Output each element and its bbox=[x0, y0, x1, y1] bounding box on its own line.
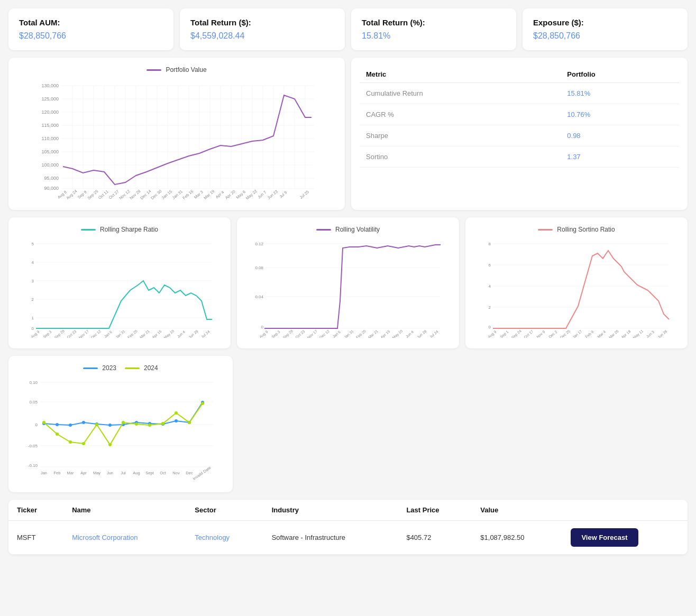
svg-text:May 11: May 11 bbox=[632, 329, 644, 338]
metrics-cell-sortino-value: 1.37 bbox=[561, 146, 679, 168]
monthly-legend-row: 2023 2024 bbox=[17, 364, 224, 372]
svg-text:Sep 3: Sep 3 bbox=[42, 329, 52, 338]
sharpe-chart-title: Rolling Sharpe Ratio bbox=[100, 226, 158, 233]
svg-text:Sep 24: Sep 24 bbox=[511, 329, 523, 338]
svg-text:Jan 6: Jan 6 bbox=[332, 330, 342, 338]
svg-text:Dec 12: Dec 12 bbox=[90, 329, 102, 338]
svg-text:Feb 16: Feb 16 bbox=[182, 189, 195, 199]
svg-point-165 bbox=[82, 442, 85, 445]
kpi-value-exposure: $28,850,766 bbox=[533, 31, 677, 41]
col-header-ticker: Ticker bbox=[8, 500, 63, 521]
svg-text:Apr: Apr bbox=[80, 471, 87, 475]
sharpe-legend-line bbox=[81, 229, 96, 231]
cell-industry: Software - Infrastructure bbox=[263, 521, 398, 555]
metrics-cell-sortino-label: Sortino bbox=[360, 146, 561, 168]
kpi-value-return-pct: 15.81% bbox=[362, 31, 506, 41]
svg-text:May: May bbox=[93, 471, 100, 475]
svg-text:Aug 9: Aug 9 bbox=[487, 329, 497, 338]
metrics-row-sortino: Sortino 1.37 bbox=[360, 146, 679, 168]
svg-text:Jan 6: Jan 6 bbox=[104, 330, 113, 338]
kpi-value-return-dollar: $4,559,028.44 bbox=[190, 31, 334, 41]
svg-text:Jun: Jun bbox=[107, 471, 113, 475]
svg-text:Nov: Nov bbox=[172, 471, 180, 475]
svg-text:0: 0 bbox=[32, 326, 34, 331]
monthly-chart-wrap: 0.10 0.05 0 -0.05 -0.10 bbox=[17, 376, 224, 484]
svg-text:100,000: 100,000 bbox=[41, 162, 59, 168]
svg-text:115,000: 115,000 bbox=[41, 123, 59, 128]
svg-text:Mar: Mar bbox=[67, 471, 74, 475]
svg-point-174 bbox=[201, 402, 204, 405]
svg-text:-0.10: -0.10 bbox=[28, 463, 38, 468]
svg-point-167 bbox=[108, 443, 112, 446]
svg-text:Jul 25: Jul 25 bbox=[299, 189, 310, 199]
svg-text:0.05: 0.05 bbox=[29, 400, 38, 404]
svg-text:Sept: Sept bbox=[145, 471, 154, 475]
view-forecast-button[interactable]: View Forecast bbox=[571, 528, 638, 547]
svg-text:Aug 24: Aug 24 bbox=[65, 189, 78, 199]
sharpe-chart-card: Rolling Sharpe Ratio 5 4 3 2 1 0 bbox=[8, 217, 231, 348]
svg-text:May 10: May 10 bbox=[163, 329, 175, 338]
monthly-legend-2023 bbox=[83, 367, 98, 369]
metrics-header-portfolio: Portfolio bbox=[561, 66, 679, 83]
charts-row2: Rolling Sharpe Ratio 5 4 3 2 1 0 bbox=[8, 217, 688, 348]
sharpe-chart-title-row: Rolling Sharpe Ratio bbox=[17, 226, 222, 233]
svg-text:Oct: Oct bbox=[160, 471, 167, 475]
col-header-value: Value bbox=[472, 500, 562, 521]
svg-text:Feb 25: Feb 25 bbox=[355, 329, 367, 338]
metrics-cell-sharpe-label: Sharpe bbox=[360, 125, 561, 146]
svg-text:Nov 17: Nov 17 bbox=[307, 329, 318, 338]
metrics-cell-cumulative-value: 15.81% bbox=[561, 83, 679, 104]
charts-row1: Portfolio Value 130,000 125,000 120,000 … bbox=[8, 58, 688, 210]
kpi-card-exposure: Exposure ($): $28,850,766 bbox=[523, 8, 688, 50]
svg-text:Apr 15: Apr 15 bbox=[151, 329, 162, 338]
sharpe-chart-svg: 5 4 3 2 1 0 Aug 9 Sep 3 Sep 28 Oct 23 bbox=[17, 237, 222, 338]
svg-point-162 bbox=[42, 421, 45, 424]
kpi-label-exposure: Exposure ($): bbox=[533, 18, 677, 27]
kpi-row: Total AUM: $28,850,766 Total Return ($):… bbox=[8, 8, 688, 50]
svg-text:0: 0 bbox=[489, 325, 491, 329]
svg-text:Apr 4: Apr 4 bbox=[215, 190, 225, 199]
svg-text:95,000: 95,000 bbox=[44, 176, 59, 181]
svg-text:110,000: 110,000 bbox=[41, 136, 59, 141]
cell-sector: Technology bbox=[186, 521, 263, 555]
col-header-last-price: Last Price bbox=[398, 500, 472, 521]
volatility-chart-svg: 0.12 0.08 0.04 0 Aug 9 Sep 3 Sep 28 Oct … bbox=[245, 237, 451, 338]
volatility-chart-title-row: Rolling Volatility bbox=[245, 226, 451, 233]
svg-text:Aug: Aug bbox=[133, 471, 140, 475]
metrics-row-cagr: CAGR % 10.76% bbox=[360, 104, 679, 125]
portfolio-chart-wrap: 130,000 125,000 120,000 115,000 110,000 … bbox=[17, 78, 336, 201]
svg-text:Mar 19: Mar 19 bbox=[203, 189, 216, 199]
svg-text:0: 0 bbox=[35, 422, 38, 427]
svg-text:Jan 17: Jan 17 bbox=[572, 329, 583, 338]
metrics-row-cumulative: Cumulative Return 15.81% bbox=[360, 83, 679, 104]
svg-point-151 bbox=[69, 424, 72, 427]
sortino-chart-card: Rolling Sortino Ratio 8 6 4 2 0 Aug 9 Se… bbox=[465, 217, 688, 348]
kpi-card-return-dollar: Total Return ($): $4,559,028.44 bbox=[180, 8, 345, 50]
svg-text:Dec 2: Dec 2 bbox=[548, 329, 558, 338]
svg-text:Nov 17: Nov 17 bbox=[78, 329, 90, 338]
svg-text:Feb 9: Feb 9 bbox=[584, 330, 594, 338]
svg-text:0.04: 0.04 bbox=[255, 295, 263, 299]
svg-text:Jun 7: Jun 7 bbox=[257, 190, 267, 199]
svg-text:Sep 25: Sep 25 bbox=[86, 189, 99, 199]
monthly-legend-2024 bbox=[125, 367, 140, 369]
portfolio-chart-title: Portfolio Value bbox=[166, 66, 206, 73]
kpi-label-return-dollar: Total Return ($): bbox=[190, 18, 334, 27]
svg-text:Mar 26: Mar 26 bbox=[608, 329, 619, 338]
metrics-cell-cagr-label: CAGR % bbox=[360, 104, 561, 125]
svg-text:Oct 11: Oct 11 bbox=[97, 189, 109, 199]
svg-text:Dec 25: Dec 25 bbox=[560, 329, 571, 338]
svg-text:Apr 18: Apr 18 bbox=[620, 329, 631, 338]
svg-text:Oct 23: Oct 23 bbox=[66, 329, 77, 338]
kpi-label-return-pct: Total Return (%): bbox=[362, 18, 506, 27]
svg-text:-0.05: -0.05 bbox=[28, 444, 38, 448]
portfolio-chart-card: Portfolio Value 130,000 125,000 120,000 … bbox=[8, 58, 345, 210]
svg-text:Aug 9: Aug 9 bbox=[259, 329, 269, 338]
svg-text:May 10: May 10 bbox=[391, 329, 404, 338]
svg-point-163 bbox=[56, 433, 59, 436]
svg-text:5: 5 bbox=[32, 242, 34, 246]
portfolio-chart-svg: 130,000 125,000 120,000 115,000 110,000 … bbox=[17, 78, 336, 199]
svg-text:Sep 3: Sep 3 bbox=[271, 329, 281, 338]
svg-point-173 bbox=[188, 421, 191, 424]
svg-text:Dec 12: Dec 12 bbox=[319, 329, 331, 338]
